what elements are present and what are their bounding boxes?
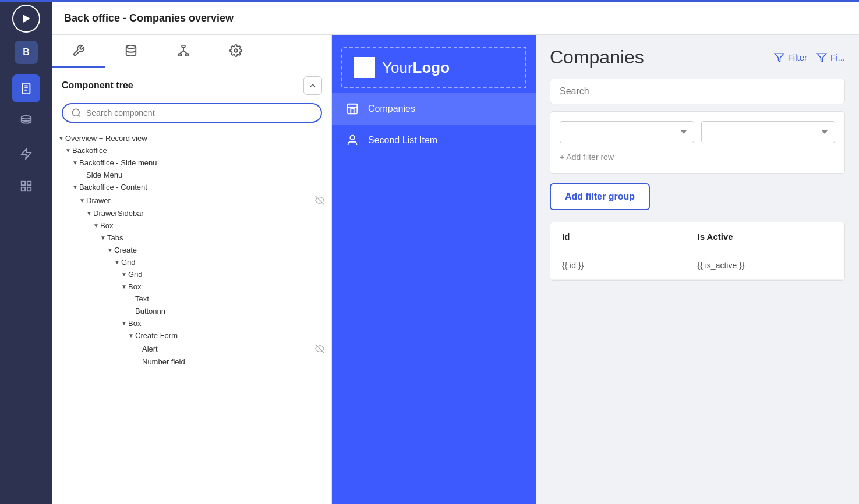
tree-item-grid2[interactable]: ▼ Grid	[52, 268, 331, 281]
filter-button-1[interactable]: Filter	[774, 52, 807, 63]
left-panel: Component tree ▼	[52, 35, 332, 504]
tree-item-label: Buttonnn	[135, 307, 331, 315]
nav-item-second-list[interactable]: Second List Item	[332, 125, 536, 156]
tree-item-label: Box	[100, 221, 331, 230]
component-tree-title: Component tree	[62, 80, 133, 91]
caret-icon: ▼	[92, 222, 100, 229]
filter-btn-label-2: Fi...	[830, 52, 845, 62]
caret-icon: ▼	[57, 135, 65, 141]
tree-item-label: Backoffice - Content	[79, 183, 331, 191]
tree-item-label: Text	[135, 294, 331, 303]
eye-button[interactable]	[313, 343, 327, 354]
tree-item-create-form[interactable]: ▼ Create Form	[52, 329, 331, 342]
tree-item-label: Backoffice	[72, 146, 331, 155]
tree-item-tabs[interactable]: ▼ Tabs	[52, 232, 331, 244]
tree-item-alert[interactable]: Alert	[52, 342, 331, 356]
filter-select-2[interactable]	[701, 121, 836, 143]
add-filter-row-button[interactable]: + Add filter row	[560, 150, 614, 164]
eye-off-icon	[315, 344, 324, 353]
companies-title: Companies	[550, 47, 644, 68]
filter-select-1[interactable]	[560, 121, 694, 143]
tree-item-side-menu[interactable]: Side Menu	[52, 169, 331, 181]
nav-item-companies[interactable]: Companies	[332, 93, 536, 125]
tree-header: Component tree	[52, 68, 331, 101]
tree-item-label: DrawerSidebar	[93, 209, 331, 218]
tree-item-drawer[interactable]: ▼ Drawer	[52, 193, 331, 207]
tree-item-box1[interactable]: ▼ Box	[52, 219, 331, 232]
col-header-is-active: Is Active	[698, 232, 833, 242]
svg-marker-25	[818, 54, 826, 62]
tree-item-label: Backoffice - Side menu	[79, 158, 331, 167]
tree-item-backoffice-side-menu[interactable]: ▼ Backoffice - Side menu	[52, 157, 331, 169]
stack-icon-btn[interactable]	[12, 107, 40, 135]
component-tree: ▼ Overview + Record view ▼ Backoffice ▼ …	[52, 130, 331, 504]
add-filter-row-label: + Add filter row	[560, 152, 614, 162]
eye-off-icon	[315, 196, 324, 205]
document-icon	[20, 82, 33, 95]
svg-marker-0	[23, 15, 30, 22]
filter-btn-label-1: Filter	[788, 52, 807, 62]
main-search-input[interactable]	[560, 86, 835, 97]
search-box	[62, 103, 322, 123]
tab-hierarchy[interactable]	[157, 35, 210, 68]
stack-icon	[20, 115, 33, 127]
tab-tools[interactable]	[52, 35, 105, 68]
logo-light: Your	[382, 59, 413, 76]
svg-marker-24	[775, 54, 783, 62]
filter-buttons: Filter Fi...	[774, 52, 845, 63]
caret-icon	[127, 296, 135, 302]
caret-icon: ▼	[78, 197, 86, 204]
svg-rect-8	[22, 187, 25, 191]
grid-app-icon-btn[interactable]	[12, 172, 40, 200]
building-icon	[346, 102, 359, 115]
tab-settings[interactable]	[210, 35, 262, 68]
b-badge: B	[15, 41, 38, 64]
caret-icon: ▼	[85, 210, 93, 216]
tree-item-box3[interactable]: ▼ Box	[52, 317, 331, 329]
icon-sidebar: B	[0, 0, 52, 504]
filter-button-2[interactable]: Fi...	[816, 52, 845, 63]
svg-rect-13	[186, 54, 189, 56]
document-icon-btn[interactable]	[12, 74, 40, 102]
caret-icon	[127, 308, 135, 314]
tree-item-overview-record[interactable]: ▼ Overview + Record view	[52, 132, 331, 144]
caret-icon	[134, 359, 142, 365]
top-bar	[0, 0, 859, 2]
logo-text: YourLogo	[382, 59, 450, 77]
eye-button[interactable]	[313, 195, 327, 205]
filter-row	[560, 121, 835, 143]
play-button[interactable]	[10, 2, 43, 35]
svg-point-18	[72, 109, 79, 116]
tree-item-label: Alert	[142, 345, 313, 353]
up-button[interactable]	[303, 76, 322, 95]
tree-item-number-field[interactable]: Number field	[52, 356, 331, 368]
tree-item-grid1[interactable]: ▼ Grid	[52, 256, 331, 268]
tree-item-label: Side Menu	[86, 171, 331, 179]
app-title: Back office - Companies overview	[64, 12, 234, 24]
title-bar: Back office - Companies overview	[52, 2, 859, 35]
svg-rect-12	[178, 54, 182, 56]
search-icon	[71, 108, 82, 118]
search-input-wrap	[550, 79, 845, 104]
search-component-input[interactable]	[86, 108, 313, 118]
tree-item-create[interactable]: ▼ Create	[52, 244, 331, 256]
bolt-icon-btn[interactable]	[12, 140, 40, 168]
tree-item-label: Box	[128, 282, 331, 291]
caret-icon	[78, 172, 86, 178]
tree-item-buttonnn[interactable]: Buttonnn	[52, 305, 331, 317]
caret-icon: ▼	[120, 283, 128, 290]
bolt-icon	[20, 147, 33, 160]
tree-item-box2[interactable]: ▼ Box	[52, 281, 331, 293]
tree-item-text[interactable]: Text	[52, 293, 331, 305]
search-box-wrap	[52, 101, 331, 130]
tree-item-drawer-sidebar[interactable]: ▼ DrawerSidebar	[52, 207, 331, 219]
caret-icon: ▼	[71, 159, 79, 166]
svg-rect-7	[27, 182, 31, 185]
tree-item-backoffice-content[interactable]: ▼ Backoffice - Content	[52, 181, 331, 193]
col-header-id: Id	[562, 232, 698, 242]
play-icon	[12, 5, 40, 33]
tab-database[interactable]	[105, 35, 157, 68]
logo-area: YourLogo	[341, 47, 526, 88]
add-filter-group-button[interactable]: Add filter group	[550, 183, 650, 210]
tree-item-backoffice[interactable]: ▼ Backoffice	[52, 144, 331, 157]
